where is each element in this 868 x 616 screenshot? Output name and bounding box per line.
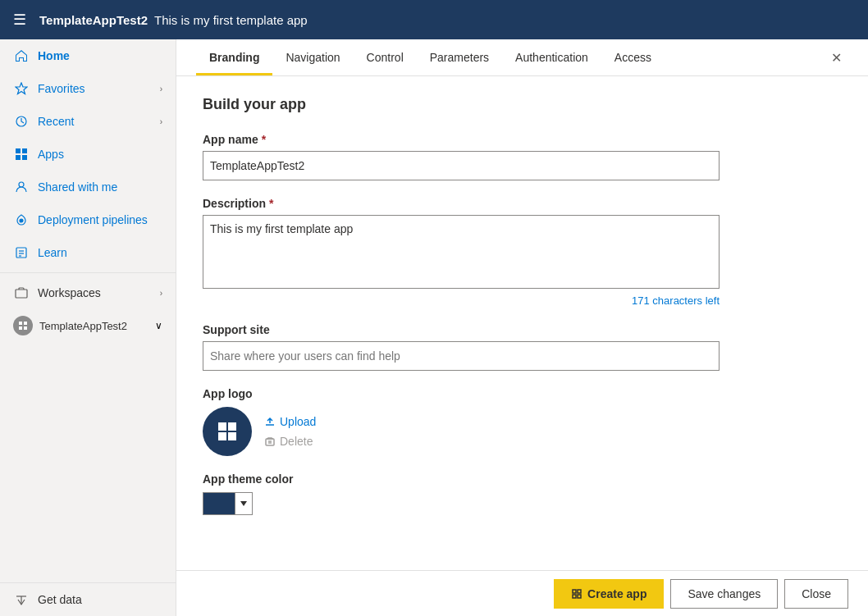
sidebar-shared-label: Shared with me (38, 180, 162, 194)
svg-rect-13 (19, 322, 22, 325)
tab-branding[interactable]: Branding (196, 39, 272, 75)
support-site-field: Support site (203, 323, 842, 371)
svg-rect-19 (218, 432, 226, 440)
theme-color-label: App theme color (203, 472, 842, 486)
tab-authentication[interactable]: Authentication (502, 39, 601, 75)
sidebar-workspace-item[interactable]: TemplateAppTest2 ∨ (0, 309, 176, 342)
theme-color-section: App theme color (203, 472, 842, 515)
svg-rect-25 (573, 590, 576, 593)
app-name-field: App name* (203, 133, 842, 180)
sidebar-item-workspaces[interactable]: Workspaces › (0, 276, 176, 309)
sidebar-item-favorites[interactable]: Favorites › (0, 72, 176, 105)
menu-icon[interactable]: ☰ (13, 11, 26, 29)
sidebar-deployment-label: Deployment pipelines (38, 213, 162, 226)
description-field: Description* This is my first template a… (203, 197, 842, 307)
tab-parameters[interactable]: Parameters (417, 39, 502, 75)
svg-point-7 (20, 219, 23, 222)
svg-rect-15 (19, 326, 22, 330)
sidebar-item-recent[interactable]: Recent › (0, 105, 176, 138)
content-area: Branding Navigation Control Parameters A… (176, 39, 868, 616)
sidebar-item-deployment[interactable]: Deployment pipelines (0, 203, 176, 236)
app-name-label: App name* (203, 133, 842, 146)
shared-icon (13, 179, 30, 195)
support-site-label: Support site (203, 323, 842, 336)
delete-button[interactable]: Delete (265, 435, 316, 448)
sidebar-recent-label: Recent (38, 115, 160, 128)
tab-control[interactable]: Control (354, 39, 417, 75)
description-label: Description* (203, 197, 842, 210)
svg-rect-21 (266, 439, 274, 445)
svg-rect-14 (24, 322, 27, 325)
save-changes-label: Save changes (688, 587, 761, 600)
recent-chevron: › (160, 117, 162, 126)
svg-rect-26 (578, 590, 581, 593)
app-logo-label: App logo (203, 387, 842, 400)
svg-rect-17 (218, 422, 226, 431)
color-box (203, 492, 235, 515)
sidebar-item-get-data[interactable]: Get data (0, 583, 176, 616)
svg-rect-20 (228, 432, 236, 440)
favorites-icon (13, 80, 30, 97)
tab-access[interactable]: Access (601, 39, 665, 75)
app-logo-circle (203, 407, 252, 456)
top-bar-subtitle: This is my first template app (154, 13, 308, 27)
svg-marker-0 (16, 83, 27, 94)
description-input[interactable]: This is my first template app (203, 215, 720, 289)
close-icon[interactable]: ✕ (825, 43, 848, 72)
svg-rect-27 (573, 595, 576, 598)
form-title: Build your app (203, 96, 842, 113)
sidebar-favorites-label: Favorites (38, 82, 160, 95)
close-button[interactable]: Close (784, 579, 848, 609)
sidebar-learn-label: Learn (38, 246, 162, 259)
svg-rect-5 (22, 155, 27, 160)
sidebar-get-data-label: Get data (38, 593, 162, 606)
sidebar-home-label: Home (38, 49, 162, 62)
footer: Create app Save changes Close (176, 570, 868, 616)
workspace-name: TemplateAppTest2 (39, 320, 155, 332)
learn-icon (13, 244, 30, 261)
svg-rect-4 (16, 155, 21, 160)
sidebar-item-apps[interactable]: Apps (0, 138, 176, 171)
create-app-button[interactable]: Create app (554, 579, 664, 609)
logo-actions: Upload Delete (265, 415, 316, 448)
workspaces-chevron: › (160, 289, 162, 298)
sidebar-item-home[interactable]: Home (0, 39, 176, 72)
color-picker-row (203, 492, 842, 515)
sidebar-workspaces-label: Workspaces (38, 286, 160, 299)
top-bar: ☰ TemplateAppTest2 This is my first temp… (0, 0, 868, 39)
sidebar-item-learn[interactable]: Learn (0, 236, 176, 269)
svg-rect-2 (16, 148, 21, 153)
get-data-icon (13, 591, 30, 608)
tab-bar: Branding Navigation Control Parameters A… (176, 39, 868, 76)
workspaces-icon (13, 285, 30, 301)
sidebar-item-shared[interactable]: Shared with me (0, 171, 176, 203)
form-area: Build your app App name* Description* Th… (176, 76, 868, 570)
favorites-chevron: › (160, 84, 162, 94)
color-dropdown-button[interactable] (235, 492, 253, 515)
save-changes-button[interactable]: Save changes (670, 579, 778, 609)
logo-row: Upload Delete (203, 407, 842, 456)
workspace-avatar (13, 316, 33, 335)
top-bar-title: TemplateAppTest2 (39, 13, 148, 27)
create-app-label: Create app (587, 587, 646, 600)
required-star-desc: * (269, 197, 273, 210)
close-label: Close (802, 587, 831, 600)
main-layout: Home Favorites › Recent › Apps (0, 39, 868, 616)
support-site-input[interactable] (203, 341, 720, 371)
required-star: * (262, 133, 266, 146)
chars-left: 171 characters left (203, 294, 720, 307)
recent-icon (13, 113, 30, 130)
upload-button[interactable]: Upload (265, 415, 316, 428)
deployment-icon (13, 212, 30, 228)
workspace-chevron: ∨ (155, 320, 162, 331)
app-name-input[interactable] (203, 151, 720, 180)
svg-rect-3 (22, 148, 27, 153)
tab-navigation[interactable]: Navigation (272, 39, 353, 75)
svg-point-6 (19, 182, 24, 187)
app-logo-section: App logo Upload (203, 387, 842, 456)
apps-icon (13, 146, 30, 162)
home-icon (13, 48, 30, 64)
svg-rect-12 (16, 290, 27, 298)
svg-rect-18 (228, 422, 236, 431)
sidebar-apps-label: Apps (38, 148, 162, 161)
